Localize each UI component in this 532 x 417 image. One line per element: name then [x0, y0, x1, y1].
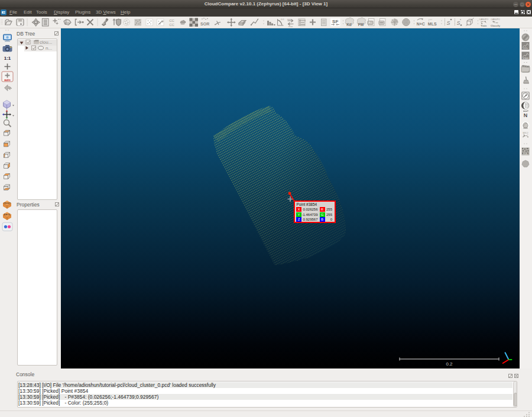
svg-text:SOR: SOR — [200, 22, 209, 26]
svg-text:CC: CC — [169, 19, 174, 22]
svg-text:min: min — [287, 18, 291, 21]
svg-text:Train: Train — [481, 24, 486, 27]
svg-text:Classify: Classify — [491, 24, 501, 27]
svg-text:S: S — [456, 20, 460, 26]
svg-text:M3C2: M3C2 — [523, 132, 528, 134]
svg-text:0.2: 0.2 — [446, 361, 453, 367]
svg-text:CANUPO: CANUPO — [491, 18, 500, 21]
svg-text:FM: FM — [358, 22, 364, 27]
svg-text:0.0: 0.0 — [281, 18, 284, 21]
svg-text:auto: auto — [4, 78, 11, 82]
svg-text:SF: SF — [332, 19, 338, 24]
svg-text:STAN: STAN — [523, 57, 528, 60]
svg-text:Kd: Kd — [346, 22, 352, 27]
svg-text:FRONT: FRONT — [4, 202, 11, 205]
svg-text:CSF: CSF — [524, 153, 527, 156]
svg-text:1:1: 1:1 — [4, 56, 11, 61]
svg-text:BACK: BACK — [4, 214, 11, 216]
svg-text:CANUPO: CANUPO — [479, 18, 489, 21]
svg-text:MLS: MLS — [428, 22, 437, 26]
svg-text:max: max — [288, 25, 293, 28]
svg-text:N+C: N+C — [417, 22, 425, 26]
svg-text:S: S — [446, 20, 450, 26]
svg-text:N: N — [524, 112, 528, 118]
svg-text:CCL: CCL — [523, 47, 528, 50]
svg-text:CC: CC — [169, 23, 174, 27]
